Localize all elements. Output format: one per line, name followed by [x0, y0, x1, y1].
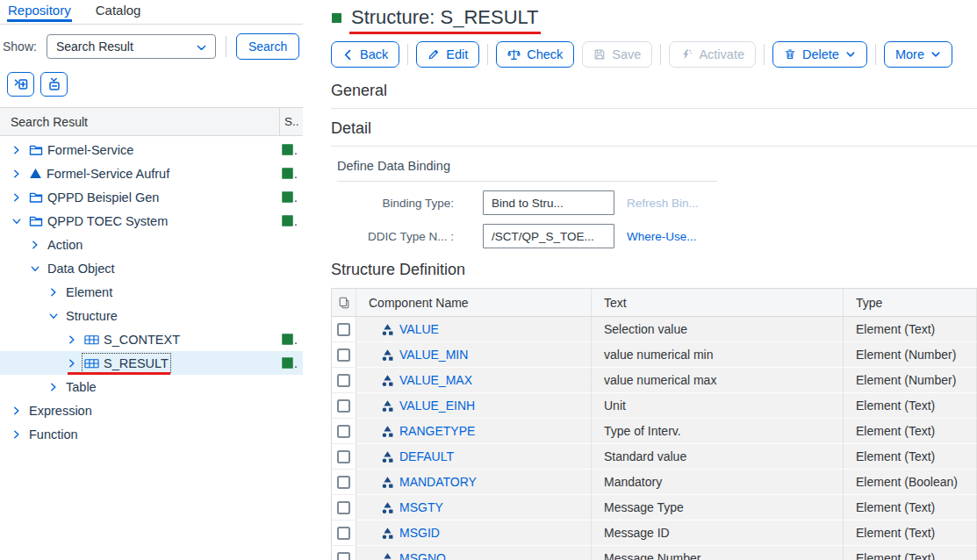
row-checkbox[interactable]: [337, 450, 350, 463]
chevron-right-icon[interactable]: [12, 406, 21, 416]
component-link[interactable]: VALUE_EINH: [399, 398, 475, 413]
column-header-component[interactable]: Component Name: [356, 289, 592, 316]
delete-button[interactable]: Delete: [772, 41, 867, 68]
text-cell: Selection value: [592, 317, 844, 342]
chevron-right-icon[interactable]: [31, 240, 40, 250]
where-used-link[interactable]: Where-Use...: [627, 230, 697, 243]
tree-item-s-context[interactable]: S_CONTEXT.: [0, 327, 303, 351]
copy-icon[interactable]: [332, 289, 356, 316]
structure-definition-title: Structure Definition: [331, 261, 977, 279]
tree-item-table[interactable]: Table: [0, 375, 303, 398]
ddic-type-field[interactable]: /SCT/QP_S_TOE...: [483, 224, 614, 248]
status-badge: .: [282, 190, 303, 205]
text-cell: value numerical min: [592, 342, 844, 368]
search-button[interactable]: Search: [236, 33, 299, 60]
show-select[interactable]: Search Result: [47, 34, 216, 59]
row-checkbox[interactable]: [337, 399, 350, 413]
component-link[interactable]: VALUE_MAX: [399, 373, 472, 387]
tree-item-label: S_CONTEXT: [104, 333, 180, 347]
chevron-right-icon[interactable]: [12, 169, 21, 179]
chevron-right-icon[interactable]: [49, 287, 58, 298]
collapse-all-button[interactable]: [40, 72, 68, 97]
row-checkbox[interactable]: [337, 552, 350, 560]
ddic-type-label: DDIC Type N... :: [331, 230, 454, 243]
tree-item-formel-service-aufruf[interactable]: Formel-Service Aufruf.: [0, 162, 303, 185]
text-cell: Message Type: [592, 495, 844, 521]
back-button[interactable]: Back: [331, 41, 399, 68]
active-status-square-icon: [282, 168, 293, 179]
chevron-right-icon[interactable]: [12, 429, 21, 440]
tree-item-element[interactable]: Element: [0, 280, 303, 304]
chevron-down-icon[interactable]: [49, 311, 58, 321]
component-link[interactable]: VALUE_MIN: [399, 348, 468, 362]
component-icon: [381, 501, 394, 514]
column-header-type[interactable]: Type: [844, 289, 977, 316]
chevron-down-icon[interactable]: [31, 263, 40, 274]
chevron-right-icon[interactable]: [12, 192, 21, 203]
component-cell: VALUE_EINH: [356, 393, 592, 419]
component-icon: [381, 374, 394, 387]
chevron-down-icon: [196, 42, 207, 54]
component-link[interactable]: VALUE: [399, 322, 439, 336]
divider: [226, 36, 226, 57]
tab-catalog[interactable]: Catalog: [95, 0, 142, 22]
component-link[interactable]: MANDATORY: [399, 475, 477, 489]
tree-item-expression[interactable]: Expression: [0, 398, 303, 422]
tree-item-function[interactable]: Function: [0, 422, 303, 446]
chevron-right-icon[interactable]: [49, 382, 58, 392]
row-checkbox[interactable]: [337, 374, 350, 387]
tree-item-formel-service[interactable]: Formel-Service.: [0, 138, 303, 162]
row-checkbox[interactable]: [337, 323, 350, 336]
tree-item-label: Element: [66, 285, 112, 299]
component-cell: VALUE: [356, 317, 592, 342]
text-cell: Unit: [592, 393, 844, 419]
chevron-down-icon: [845, 49, 856, 60]
row-checkbox[interactable]: [337, 501, 350, 514]
component-link[interactable]: MSGNO: [399, 551, 446, 560]
tree-item-action[interactable]: Action: [0, 233, 303, 256]
binding-type-field[interactable]: Bind to Stru...: [483, 190, 614, 215]
chevron-down-icon[interactable]: [12, 216, 21, 226]
row-checkbox[interactable]: [337, 348, 350, 362]
component-link[interactable]: MSGID: [399, 526, 440, 540]
edit-button[interactable]: Edit: [416, 41, 479, 68]
active-status-square-icon: [282, 357, 293, 369]
check-button[interactable]: Check: [496, 41, 574, 68]
tree-item-qppd-toec-system[interactable]: QPPD TOEC System.: [0, 209, 303, 233]
component-link[interactable]: RANGETYPE: [399, 424, 475, 438]
component-icon: [381, 348, 394, 362]
toolbar-separator: [407, 44, 408, 65]
component-icon: [381, 399, 394, 413]
component-link[interactable]: MSGTY: [399, 500, 443, 514]
page-title: Structure: S_RESULT: [351, 6, 539, 29]
activate-button[interactable]: Activate: [669, 41, 756, 68]
row-checkbox-cell: [332, 470, 356, 495]
text-cell: value numerical max: [592, 368, 844, 393]
toolbar-separator: [764, 44, 765, 65]
chevron-right-icon[interactable]: [12, 145, 21, 155]
tree-item-structure[interactable]: Structure: [0, 304, 303, 327]
tab-repository[interactable]: Repository: [7, 0, 72, 22]
refresh-binding-link[interactable]: Refresh Bin...: [627, 197, 699, 210]
column-header-text[interactable]: Text: [592, 289, 844, 316]
component-cell: MSGID: [356, 521, 592, 546]
row-checkbox[interactable]: [337, 527, 350, 540]
tree-item-data-object[interactable]: Data Object: [0, 256, 303, 280]
more-button[interactable]: More: [884, 41, 952, 68]
chevron-right-icon[interactable]: [68, 334, 76, 345]
tree-item-s-result[interactable]: S_RESULT.: [0, 351, 303, 375]
chevron-right-icon[interactable]: [68, 358, 76, 369]
expand-all-button[interactable]: [7, 72, 34, 97]
show-label: Show:: [3, 39, 37, 54]
toolbar: Back Edit Check Save Activate Delete: [331, 41, 977, 68]
row-checkbox[interactable]: [337, 425, 350, 438]
tree-table-header: Search Result S..: [0, 107, 303, 136]
table-row: MSGNOMessage NumberElement (Text): [332, 546, 977, 560]
structure-icon: [84, 334, 99, 346]
component-link[interactable]: DEFAULT: [399, 449, 454, 463]
tree-item-qppd-beispiel-gen[interactable]: QPPD Beispiel Gen.: [0, 185, 303, 209]
tree-item-label: QPPD Beispiel Gen: [47, 190, 159, 205]
section-detail: Detail: [331, 119, 977, 147]
save-button[interactable]: Save: [582, 41, 652, 68]
row-checkbox[interactable]: [337, 476, 350, 489]
